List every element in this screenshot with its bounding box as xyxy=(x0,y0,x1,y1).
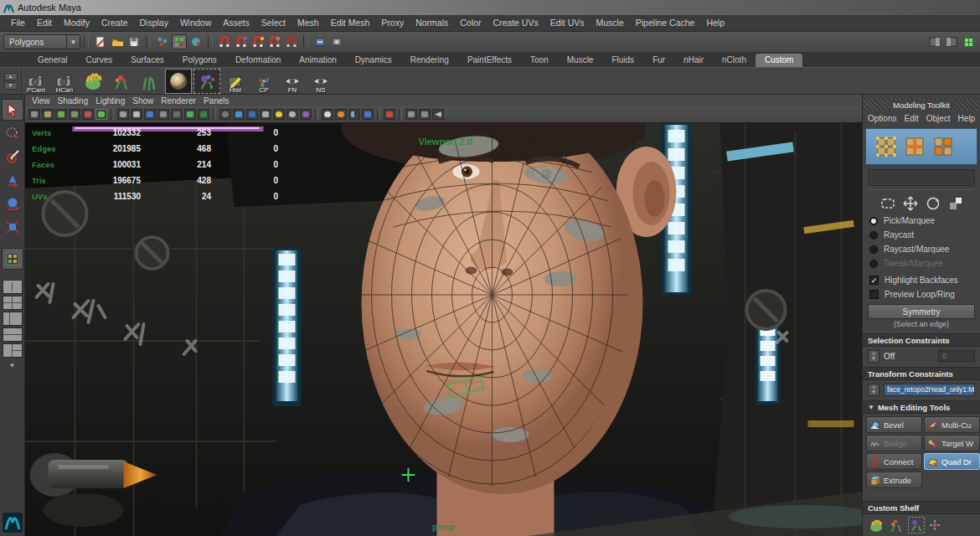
shelf-tab-custom[interactable]: Custom xyxy=(756,54,802,67)
shelf-item-hcan[interactable]: HCan xyxy=(51,69,78,94)
modeling-toolkit-titlebar[interactable]: Modeling Toolkit xyxy=(863,99,980,111)
snap-to-projected-center-icon[interactable] xyxy=(267,34,282,49)
connect-button[interactable]: Connect xyxy=(866,453,922,470)
mtk-menu-edit[interactable]: Edit xyxy=(904,114,926,123)
viewport-3d-scene[interactable]: Verts 102332 253 0 Edges 201985 468 0 Fa… xyxy=(25,123,862,536)
scale-icon[interactable] xyxy=(948,196,963,211)
selected-plant-icon[interactable] xyxy=(908,517,925,533)
isolate-select-icon[interactable] xyxy=(384,109,395,120)
status-separator[interactable] xyxy=(208,35,213,49)
select-camera-icon[interactable] xyxy=(28,109,40,120)
target-weld-button[interactable]: Target W xyxy=(924,435,980,451)
menu-modify[interactable]: Modify xyxy=(58,15,95,31)
layout-three-pane-button[interactable] xyxy=(3,343,23,358)
shelf-item-hand-tool[interactable] xyxy=(80,69,106,94)
select-object-icon[interactable] xyxy=(172,34,187,49)
snap-to-grid-icon[interactable] xyxy=(217,34,232,49)
attribute-editor-toggle-icon[interactable] xyxy=(927,34,942,49)
shelf-item-hist[interactable]: Hist xyxy=(222,69,249,94)
shelf-item-sphere-material[interactable] xyxy=(165,69,192,94)
move-tool-button[interactable] xyxy=(2,169,23,191)
panel-menu-shading[interactable]: Shading xyxy=(58,96,96,106)
panel-menu-panels[interactable]: Panels xyxy=(204,96,237,106)
cloud-render-icon[interactable] xyxy=(322,109,333,120)
checkbox-highlight-backfaces[interactable]: ✓ Highlight Backfaces xyxy=(863,273,980,287)
shelf-tab-rendering[interactable]: Rendering xyxy=(401,54,458,67)
layout-persp-outliner-button[interactable] xyxy=(3,312,23,326)
layout-more-dropdown[interactable]: ▼ xyxy=(2,359,23,371)
bevel-button[interactable]: Bevel xyxy=(866,416,922,433)
layout-two-pane-button[interactable] xyxy=(3,327,23,342)
spark-icon[interactable] xyxy=(928,518,941,532)
film-gate-icon[interactable] xyxy=(405,109,417,120)
menu-display[interactable]: Display xyxy=(133,15,173,31)
edge-mode-icon[interactable] xyxy=(905,137,925,157)
menu-normals[interactable]: Normals xyxy=(410,15,454,31)
grease-pencil-icon[interactable] xyxy=(95,109,107,120)
panel-menu-lighting[interactable]: Lighting xyxy=(95,96,132,106)
layout-single-pane-button[interactable] xyxy=(3,280,23,294)
shelf-item-cp[interactable]: CP xyxy=(250,69,277,94)
status-separator[interactable] xyxy=(146,35,151,49)
menu-proxy[interactable]: Proxy xyxy=(375,15,410,31)
blue-cube-icon[interactable] xyxy=(362,109,374,120)
snap-to-view-plane-icon[interactable] xyxy=(284,34,299,49)
shelf-tab-fur[interactable]: Fur xyxy=(643,54,674,67)
sequence-time-icon[interactable] xyxy=(260,109,271,120)
menu-color[interactable]: Color xyxy=(454,15,487,31)
rotate-tool-button[interactable] xyxy=(2,193,23,214)
menu-edit[interactable]: Edit xyxy=(31,15,58,31)
collapse-icon[interactable]: ≡▾ xyxy=(868,384,879,396)
camera-attributes-icon[interactable] xyxy=(55,109,67,120)
collapse-icon[interactable]: ≡▾ xyxy=(868,350,879,363)
input-connections-icon[interactable] xyxy=(312,34,328,49)
radio-raycast[interactable]: Raycast xyxy=(863,228,980,242)
shelf-item-fn[interactable]: FN xyxy=(279,69,306,94)
snap-to-point-icon[interactable] xyxy=(250,34,266,49)
symmetry-button[interactable]: Symmetry xyxy=(868,304,975,319)
section-mesh-editing-tools[interactable]: ▼ Mesh Editing Tools xyxy=(863,400,980,414)
new-scene-icon[interactable] xyxy=(93,34,108,49)
mtk-menu-help[interactable]: Help xyxy=(958,114,980,123)
shelf-item-selected-plant[interactable] xyxy=(193,69,220,94)
shelf-tab-animation[interactable]: Animation xyxy=(290,54,345,67)
purple-sphere-icon[interactable] xyxy=(300,109,312,120)
checkbox-preview-loop-ring[interactable]: Preview Loop/Ring xyxy=(863,287,980,302)
key-light-icon[interactable] xyxy=(273,109,285,120)
rotate-icon[interactable] xyxy=(926,196,941,211)
last-tool-used-button[interactable] xyxy=(2,248,23,270)
select-hierarchy-icon[interactable] xyxy=(155,34,170,49)
panel-menu-renderer[interactable]: Renderer xyxy=(161,96,204,106)
flower-icon[interactable] xyxy=(888,517,905,533)
occlusion-icon[interactable] xyxy=(219,109,231,120)
smooth-shade-icon[interactable] xyxy=(131,109,142,120)
shelf-tab-curves[interactable]: Curves xyxy=(77,54,122,67)
menu-assets[interactable]: Assets xyxy=(217,15,255,31)
output-connections-icon[interactable] xyxy=(329,34,344,49)
menu-edit-mesh[interactable]: Edit Mesh xyxy=(325,15,376,31)
radio-pick-marquee[interactable]: Pick/Marquee xyxy=(863,214,980,228)
image-plane-icon[interactable] xyxy=(82,109,94,120)
menu-create[interactable]: Create xyxy=(95,15,134,31)
shelf-tab-muscle[interactable]: Muscle xyxy=(558,54,603,67)
use-all-lights-icon[interactable] xyxy=(184,109,196,120)
shelf-item-paint-flower[interactable] xyxy=(108,69,135,94)
shelf-tab-fluids[interactable]: Fluids xyxy=(602,54,643,67)
use-default-material-icon[interactable] xyxy=(157,109,169,120)
panel-menu-view[interactable]: View xyxy=(32,96,58,106)
open-scene-icon[interactable] xyxy=(110,34,125,49)
marquee-icon[interactable] xyxy=(880,196,895,211)
selection-constraint-dropdown[interactable]: Off xyxy=(884,352,934,361)
menu-help[interactable]: Help xyxy=(700,15,730,31)
shelf-tab-toon[interactable]: Toon xyxy=(521,54,558,67)
wireframe-on-shaded-icon[interactable] xyxy=(171,109,183,120)
title-bar[interactable]: Autodesk Maya xyxy=(0,0,980,15)
menu-file[interactable]: File xyxy=(5,15,31,31)
save-scene-icon[interactable] xyxy=(126,34,142,49)
lock-camera-icon[interactable] xyxy=(42,109,54,120)
orange-render-icon[interactable] xyxy=(335,109,347,120)
status-separator[interactable] xyxy=(303,35,308,49)
section-selection-constraints[interactable]: Selection Constraints xyxy=(863,333,980,347)
transform-constraint-field[interactable]: face_retopo2Head_only1:Me xyxy=(884,384,975,396)
menu-select[interactable]: Select xyxy=(255,15,291,31)
